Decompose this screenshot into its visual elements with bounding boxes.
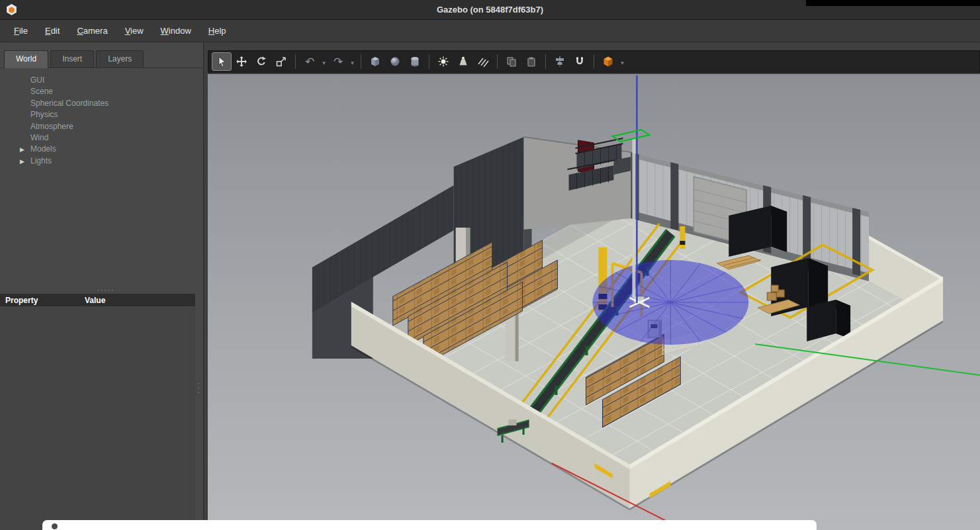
tree-item-wind[interactable]: Wind (21, 132, 203, 144)
magnet-icon (574, 56, 586, 67)
main-area (204, 42, 980, 530)
value-column-header: Value (85, 296, 105, 305)
directional-light-icon (477, 56, 489, 67)
paste-icon (525, 56, 537, 67)
toolbar-separator (594, 54, 594, 69)
panel-resize-handle[interactable] (197, 381, 201, 395)
menu-help[interactable]: Help (200, 22, 235, 39)
lift-mast[interactable] (632, 139, 635, 298)
splitter-handle[interactable] (91, 287, 120, 294)
toolbar-separator (429, 54, 429, 69)
spotlight-icon (457, 56, 469, 67)
sun-icon (437, 56, 449, 67)
panel-tabs: World Insert Layers (0, 42, 203, 68)
property-column-header: Property (0, 296, 85, 305)
menu-window[interactable]: Window (152, 22, 200, 39)
warehouse-scene[interactable] (208, 74, 980, 530)
tab-world[interactable]: World (4, 50, 48, 68)
expand-arrow-icon[interactable] (20, 156, 24, 167)
tree-item-lights[interactable]: Lights (21, 155, 203, 167)
copy-button[interactable] (502, 52, 521, 71)
overlapping-window-corner (806, 0, 980, 6)
insert-sphere-button[interactable] (385, 52, 405, 71)
move-icon (236, 56, 247, 67)
viewport-3d[interactable] (208, 74, 980, 530)
foreground-window-icon (52, 523, 58, 529)
chevron-down-icon (621, 56, 624, 67)
translate-tool-button[interactable] (232, 52, 251, 71)
tree-item-spherical-coordinates[interactable]: Spherical Coordinates (21, 98, 203, 109)
gazebo-window: Gazebo (on 5848f7df63b7) File Edit Camer… (0, 0, 980, 530)
view-angle-button[interactable] (598, 52, 618, 71)
menu-edit[interactable]: Edit (36, 22, 68, 39)
chevron-down-icon (322, 56, 326, 67)
menu-camera[interactable]: Camera (68, 22, 116, 39)
tab-layers[interactable]: Layers (96, 50, 144, 67)
tree-item-atmosphere[interactable]: Atmosphere (21, 121, 203, 132)
chevron-down-icon (351, 56, 354, 67)
copy-icon (506, 56, 517, 67)
tab-insert[interactable]: Insert (50, 50, 94, 67)
menu-file[interactable]: File (5, 22, 36, 39)
scale-tool-button[interactable] (271, 52, 291, 71)
insert-cylinder-button[interactable] (405, 52, 425, 71)
rotate-tool-button[interactable] (251, 52, 271, 71)
lidar-scan (593, 260, 749, 345)
expand-arrow-icon[interactable] (20, 144, 24, 155)
cylinder-icon (409, 56, 421, 67)
toolbar-separator (361, 54, 361, 69)
world-tree: GUI Scene Spherical Coordinates Physics … (0, 68, 203, 167)
menu-view[interactable]: View (116, 22, 152, 39)
align-button[interactable] (550, 52, 570, 71)
view-angle-dropdown-button[interactable] (618, 52, 627, 71)
window-title: Gazebo (on 5848f7df63b7) (0, 5, 980, 15)
undo-button[interactable] (300, 52, 320, 71)
tree-item-label: Models (30, 144, 56, 154)
toolbar-separator (545, 54, 546, 69)
point-light-button[interactable] (433, 52, 453, 71)
view-cube-icon (602, 56, 614, 67)
viewport-toolbar (208, 50, 980, 73)
tree-item-label: Lights (30, 156, 52, 165)
redo-history-button[interactable] (348, 52, 357, 71)
tree-item-physics[interactable]: Physics (21, 109, 203, 120)
spot-light-button[interactable] (453, 52, 473, 71)
toolbar-separator (295, 54, 296, 69)
menu-bar: File Edit Camera View Window Help (0, 20, 980, 42)
cube-icon (369, 56, 381, 67)
align-icon (554, 56, 566, 67)
scale-icon (275, 56, 287, 67)
tree-item-models[interactable]: Models (21, 144, 203, 155)
redo-icon (334, 55, 343, 69)
insert-box-button[interactable] (365, 52, 385, 71)
foreground-window-strip[interactable] (42, 520, 817, 530)
toolbar-separator (497, 54, 498, 69)
world-panel: World Insert Layers GUI Scene Spherical … (0, 42, 204, 530)
snap-button[interactable] (570, 52, 590, 71)
redo-button[interactable] (328, 52, 348, 71)
tree-item-gui[interactable]: GUI (21, 75, 203, 86)
undo-history-button[interactable] (320, 52, 328, 71)
sphere-icon (389, 56, 401, 67)
property-table-header: Property Value (0, 294, 195, 306)
directional-light-button[interactable] (473, 52, 493, 71)
cursor-icon (216, 56, 228, 67)
paste-button[interactable] (521, 52, 541, 71)
undo-icon (305, 55, 314, 69)
rotate-icon (255, 56, 267, 67)
select-tool-button[interactable] (212, 52, 232, 71)
property-table-body (0, 306, 195, 530)
tree-item-scene[interactable]: Scene (21, 86, 203, 97)
